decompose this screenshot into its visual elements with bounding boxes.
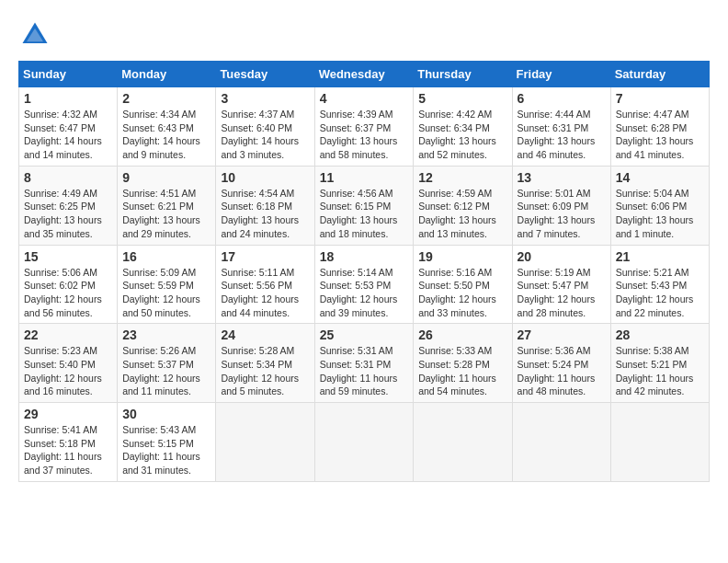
calendar-cell: 12Sunrise: 4:59 AMSunset: 6:12 PMDayligh…	[414, 166, 512, 245]
calendar-header-row: SundayMondayTuesdayWednesdayThursdayFrid…	[19, 62, 710, 87]
day-number: 18	[320, 249, 409, 264]
day-number: 2	[122, 91, 210, 106]
calendar-week-row: 29Sunrise: 5:41 AMSunset: 5:18 PMDayligh…	[19, 403, 710, 482]
day-number: 30	[122, 407, 210, 421]
calendar-cell: 30Sunrise: 5:43 AMSunset: 5:15 PMDayligh…	[118, 403, 216, 482]
calendar-cell: 23Sunrise: 5:26 AMSunset: 5:37 PMDayligh…	[118, 324, 216, 403]
calendar-week-row: 15Sunrise: 5:06 AMSunset: 6:02 PMDayligh…	[19, 245, 710, 324]
day-info: Sunrise: 4:49 AMSunset: 6:25 PMDaylight:…	[24, 187, 112, 241]
day-number: 22	[24, 327, 112, 342]
calendar-cell: 27Sunrise: 5:36 AMSunset: 5:24 PMDayligh…	[512, 324, 610, 403]
day-info: Sunrise: 5:21 AMSunset: 5:43 PMDaylight:…	[616, 266, 704, 320]
day-number: 27	[518, 327, 606, 342]
day-info: Sunrise: 4:56 AMSunset: 6:15 PMDaylight:…	[320, 187, 409, 241]
day-info: Sunrise: 4:42 AMSunset: 6:34 PMDaylight:…	[418, 108, 506, 162]
column-header-sunday: Sunday	[19, 62, 118, 87]
calendar-cell	[512, 403, 610, 482]
column-header-wednesday: Wednesday	[314, 62, 414, 87]
calendar-cell: 2Sunrise: 4:34 AMSunset: 6:43 PMDaylight…	[118, 87, 216, 167]
day-info: Sunrise: 5:19 AMSunset: 5:47 PMDaylight:…	[518, 266, 606, 320]
day-number: 16	[122, 249, 210, 264]
column-header-thursday: Thursday	[414, 62, 512, 87]
day-info: Sunrise: 5:01 AMSunset: 6:09 PMDaylight:…	[518, 187, 606, 241]
calendar-cell: 3Sunrise: 4:37 AMSunset: 6:40 PMDaylight…	[216, 87, 314, 167]
day-info: Sunrise: 5:04 AMSunset: 6:06 PMDaylight:…	[616, 187, 704, 241]
calendar-cell	[216, 403, 314, 482]
logo-icon	[18, 18, 51, 52]
calendar-cell: 19Sunrise: 5:16 AMSunset: 5:50 PMDayligh…	[414, 245, 512, 324]
calendar-cell: 25Sunrise: 5:31 AMSunset: 5:31 PMDayligh…	[314, 324, 414, 403]
calendar-table: SundayMondayTuesdayWednesdayThursdayFrid…	[18, 61, 710, 482]
day-info: Sunrise: 4:32 AMSunset: 6:47 PMDaylight:…	[24, 108, 112, 162]
calendar-cell: 11Sunrise: 4:56 AMSunset: 6:15 PMDayligh…	[314, 166, 414, 245]
day-number: 21	[616, 249, 704, 264]
calendar-cell: 4Sunrise: 4:39 AMSunset: 6:37 PMDaylight…	[314, 87, 414, 167]
calendar-cell: 13Sunrise: 5:01 AMSunset: 6:09 PMDayligh…	[512, 166, 610, 245]
day-info: Sunrise: 5:33 AMSunset: 5:28 PMDaylight:…	[418, 344, 506, 398]
day-number: 13	[518, 170, 606, 185]
day-number: 17	[221, 249, 309, 264]
calendar-cell: 6Sunrise: 4:44 AMSunset: 6:31 PMDaylight…	[512, 87, 610, 167]
calendar-week-row: 22Sunrise: 5:23 AMSunset: 5:40 PMDayligh…	[19, 324, 710, 403]
day-number: 10	[221, 170, 309, 185]
day-info: Sunrise: 4:59 AMSunset: 6:12 PMDaylight:…	[418, 187, 506, 241]
day-number: 24	[221, 327, 309, 342]
day-info: Sunrise: 5:28 AMSunset: 5:34 PMDaylight:…	[221, 344, 309, 398]
day-number: 29	[24, 407, 112, 421]
calendar-cell: 10Sunrise: 4:54 AMSunset: 6:18 PMDayligh…	[216, 166, 314, 245]
day-number: 28	[616, 327, 704, 342]
day-info: Sunrise: 4:54 AMSunset: 6:18 PMDaylight:…	[221, 187, 309, 241]
column-header-saturday: Saturday	[610, 62, 709, 87]
calendar-cell: 24Sunrise: 5:28 AMSunset: 5:34 PMDayligh…	[216, 324, 314, 403]
day-number: 1	[24, 91, 112, 106]
calendar-cell: 26Sunrise: 5:33 AMSunset: 5:28 PMDayligh…	[414, 324, 512, 403]
day-info: Sunrise: 4:39 AMSunset: 6:37 PMDaylight:…	[320, 108, 409, 162]
day-info: Sunrise: 4:37 AMSunset: 6:40 PMDaylight:…	[221, 108, 309, 162]
day-info: Sunrise: 5:14 AMSunset: 5:53 PMDaylight:…	[320, 266, 409, 320]
calendar-cell: 29Sunrise: 5:41 AMSunset: 5:18 PMDayligh…	[19, 403, 118, 482]
calendar-cell: 20Sunrise: 5:19 AMSunset: 5:47 PMDayligh…	[512, 245, 610, 324]
day-number: 20	[518, 249, 606, 264]
day-info: Sunrise: 4:51 AMSunset: 6:21 PMDaylight:…	[122, 187, 210, 241]
calendar-cell: 8Sunrise: 4:49 AMSunset: 6:25 PMDaylight…	[19, 166, 118, 245]
day-info: Sunrise: 5:16 AMSunset: 5:50 PMDaylight:…	[418, 266, 506, 320]
calendar-cell: 1Sunrise: 4:32 AMSunset: 6:47 PMDaylight…	[19, 87, 118, 167]
day-info: Sunrise: 5:36 AMSunset: 5:24 PMDaylight:…	[518, 344, 606, 398]
calendar-week-row: 1Sunrise: 4:32 AMSunset: 6:47 PMDaylight…	[19, 87, 710, 167]
calendar-cell	[414, 403, 512, 482]
calendar-cell: 14Sunrise: 5:04 AMSunset: 6:06 PMDayligh…	[610, 166, 709, 245]
logo	[18, 18, 57, 52]
day-number: 9	[122, 170, 210, 185]
day-number: 25	[320, 327, 409, 342]
day-number: 14	[616, 170, 704, 185]
day-info: Sunrise: 5:11 AMSunset: 5:56 PMDaylight:…	[221, 266, 309, 320]
day-number: 19	[418, 249, 506, 264]
day-number: 11	[320, 170, 409, 185]
day-number: 8	[24, 170, 112, 185]
calendar-cell: 16Sunrise: 5:09 AMSunset: 5:59 PMDayligh…	[118, 245, 216, 324]
column-header-tuesday: Tuesday	[216, 62, 314, 87]
day-info: Sunrise: 4:47 AMSunset: 6:28 PMDaylight:…	[616, 108, 704, 162]
day-info: Sunrise: 4:44 AMSunset: 6:31 PMDaylight:…	[518, 108, 606, 162]
page-header	[18, 18, 710, 52]
column-header-monday: Monday	[118, 62, 216, 87]
day-info: Sunrise: 5:38 AMSunset: 5:21 PMDaylight:…	[616, 344, 704, 398]
day-info: Sunrise: 5:43 AMSunset: 5:15 PMDaylight:…	[122, 423, 210, 477]
day-number: 5	[418, 91, 506, 106]
day-number: 23	[122, 327, 210, 342]
calendar-cell: 21Sunrise: 5:21 AMSunset: 5:43 PMDayligh…	[610, 245, 709, 324]
day-info: Sunrise: 5:26 AMSunset: 5:37 PMDaylight:…	[122, 344, 210, 398]
calendar-week-row: 8Sunrise: 4:49 AMSunset: 6:25 PMDaylight…	[19, 166, 710, 245]
calendar-cell	[314, 403, 414, 482]
day-number: 4	[320, 91, 409, 106]
calendar-cell: 15Sunrise: 5:06 AMSunset: 6:02 PMDayligh…	[19, 245, 118, 324]
calendar-cell: 22Sunrise: 5:23 AMSunset: 5:40 PMDayligh…	[19, 324, 118, 403]
calendar-cell: 5Sunrise: 4:42 AMSunset: 6:34 PMDaylight…	[414, 87, 512, 167]
day-info: Sunrise: 5:23 AMSunset: 5:40 PMDaylight:…	[24, 344, 112, 398]
calendar-cell: 28Sunrise: 5:38 AMSunset: 5:21 PMDayligh…	[610, 324, 709, 403]
day-info: Sunrise: 4:34 AMSunset: 6:43 PMDaylight:…	[122, 108, 210, 162]
day-info: Sunrise: 5:09 AMSunset: 5:59 PMDaylight:…	[122, 266, 210, 320]
day-number: 3	[221, 91, 309, 106]
day-info: Sunrise: 5:31 AMSunset: 5:31 PMDaylight:…	[320, 344, 409, 398]
day-number: 15	[24, 249, 112, 264]
